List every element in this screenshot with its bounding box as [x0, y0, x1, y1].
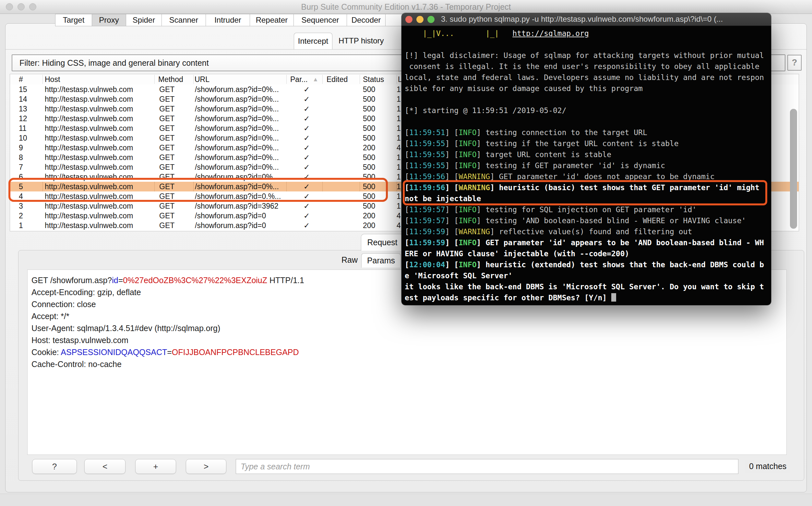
tab-scanner[interactable]: Scanner: [161, 14, 206, 26]
column-header[interactable]: Host: [45, 75, 60, 84]
cell-method: GET: [159, 163, 175, 172]
cell-params-check: ✓: [303, 202, 310, 210]
terminal-segment: ] heuristic (extended) test shows that t…: [477, 260, 764, 269]
terminal-segment: ] [: [445, 228, 459, 236]
search-add-button[interactable]: +: [135, 459, 176, 474]
cell-method: GET: [159, 134, 175, 143]
plus-icon: +: [153, 461, 158, 472]
tab-intercept[interactable]: Intercept: [294, 33, 332, 49]
tab-request[interactable]: Request: [361, 234, 404, 251]
tab-params[interactable]: Params: [361, 253, 401, 268]
tab-intruder[interactable]: Intruder: [206, 14, 250, 26]
search-input[interactable]: [236, 459, 738, 474]
terminal-titlebar[interactable]: 3. sudo python sqlmap.py -u http://testa…: [401, 13, 771, 26]
terminal-segment: [: [405, 228, 409, 236]
terminal-cursor: [611, 293, 616, 302]
cell-num: 3: [19, 202, 23, 210]
terminal-line: sible for any misuse or damage caused by…: [405, 83, 768, 94]
cell-num: 7: [19, 163, 23, 172]
column-header[interactable]: Method: [158, 75, 183, 84]
cell-url: /showforum.asp?id=0%...: [195, 114, 279, 123]
terminal-line: est payloads specific for other DBMSes? …: [405, 292, 768, 303]
terminal-segment: ERE or HAVING clause' injectable (with -…: [405, 249, 629, 258]
tab-sequencer[interactable]: Sequencer: [293, 14, 347, 26]
request-segment: Accept: */*: [31, 312, 69, 321]
column-separator: [322, 75, 323, 84]
table-scrollbar[interactable]: [790, 109, 797, 229]
terminal-title: 3. sudo python sqlmap.py -u http://testa…: [441, 15, 765, 24]
app-root: Burp Suite Community Edition v1.7.36 - T…: [0, 0, 812, 506]
cell-num: 15: [19, 85, 27, 94]
search-help-button[interactable]: ?: [32, 459, 77, 474]
cell-status: 500: [363, 114, 375, 123]
terminal-close-icon[interactable]: [405, 16, 412, 23]
request-segment: =: [167, 348, 172, 357]
search-prev-button[interactable]: <: [84, 459, 126, 474]
cell-url: /showforum.asp?id=0%...: [195, 144, 279, 152]
search-next-button[interactable]: >: [186, 459, 226, 474]
cell-url: /showforum.asp?id=0%...: [195, 85, 279, 94]
cell-url: /showforum.asp?id=0: [195, 212, 266, 220]
cell-status: 500: [363, 192, 375, 201]
request-line: Connection: close: [31, 299, 304, 310]
window-title: Burp Suite Community Edition v1.7.36 - T…: [0, 2, 812, 12]
cell-url: /showforum.asp?id=0%...: [195, 95, 279, 104]
cell-divider: [43, 182, 43, 191]
cell-params-check: ✓: [303, 153, 310, 162]
column-header[interactable]: Status: [363, 75, 384, 84]
request-segment: Accept-Encoding: gzip, deflate: [31, 288, 141, 297]
cell-length-partial: 1: [397, 85, 401, 94]
terminal-segment: WARNING: [459, 172, 490, 181]
terminal-segment: ] [: [445, 205, 459, 214]
chevron-right-icon: >: [204, 461, 208, 472]
tab-label: Scanner: [169, 15, 198, 25]
tab-label: Proxy: [99, 15, 119, 25]
sort-ascending-icon[interactable]: ▲: [313, 76, 319, 83]
terminal-segment: ] [: [445, 260, 459, 269]
terminal-zoom-icon[interactable]: [427, 16, 434, 23]
terminal-segment: sible for any misuse or damage caused by…: [405, 84, 643, 93]
cell-url: /showforum.asp?id=0%...: [195, 105, 279, 113]
tab-raw-label: Raw: [341, 255, 358, 264]
terminal-minimize-icon[interactable]: [416, 16, 423, 23]
cell-host: http://testasp.vulnweb.com: [45, 153, 133, 162]
tab-spider[interactable]: Spider: [126, 14, 162, 26]
filter-help-button[interactable]: ?: [787, 55, 802, 71]
cell-length-partial: 1: [397, 153, 401, 162]
cell-method: GET: [159, 85, 175, 94]
cell-length-partial: 1: [397, 105, 401, 113]
cell-params-check: ✓: [303, 95, 310, 104]
terminal-window[interactable]: 3. sudo python sqlmap.py -u http://testa…: [401, 13, 771, 305]
column-header[interactable]: URL: [195, 75, 209, 84]
tab-raw[interactable]: Raw: [341, 255, 358, 265]
terminal-segment: ] testing for SQL injection on GET param…: [477, 205, 697, 214]
terminal-segment: [!] legal disclaimer: Usage of sqlmap fo…: [405, 51, 764, 60]
terminal-segment: |_|V... |_|: [405, 29, 513, 37]
terminal-segment: ] [: [445, 161, 459, 170]
cell-num: 2: [19, 212, 23, 220]
column-separator: [286, 75, 287, 84]
tab-target[interactable]: Target: [55, 14, 92, 26]
chevron-left-icon: <: [103, 461, 107, 472]
terminal-segment: it looks like the back-end DBMS is 'Micr…: [405, 282, 764, 291]
column-header[interactable]: #: [19, 75, 23, 84]
cell-host: http://testasp.vulnweb.com: [45, 144, 133, 152]
tab-repeater[interactable]: Repeater: [250, 14, 294, 26]
cell-host: http://testasp.vulnweb.com: [45, 105, 133, 113]
terminal-segment: local, state and federal laws. Developer…: [405, 73, 764, 82]
tab-http-history-label: HTTP history: [339, 36, 384, 45]
tab-proxy[interactable]: Proxy: [92, 14, 126, 26]
cell-params-check: ✓: [303, 105, 310, 113]
terminal-segment: INFO: [459, 238, 476, 247]
tab-http-history[interactable]: HTTP history: [339, 36, 384, 46]
terminal-line: [11:59:59] [WARNING] reflective value(s)…: [405, 226, 768, 237]
tab-decoder[interactable]: Decoder: [347, 14, 386, 26]
column-header[interactable]: Par...: [290, 75, 308, 84]
column-header[interactable]: Edited: [327, 75, 348, 84]
tab-request-label: Request: [367, 238, 397, 247]
cell-status: 500: [363, 153, 375, 162]
cell-method: GET: [159, 105, 175, 113]
terminal-line: [11:59:56] [WARNING] GET parameter 'id' …: [405, 171, 768, 182]
terminal-segment: 11:59:55: [409, 150, 445, 159]
terminal-segment: [: [405, 217, 409, 225]
